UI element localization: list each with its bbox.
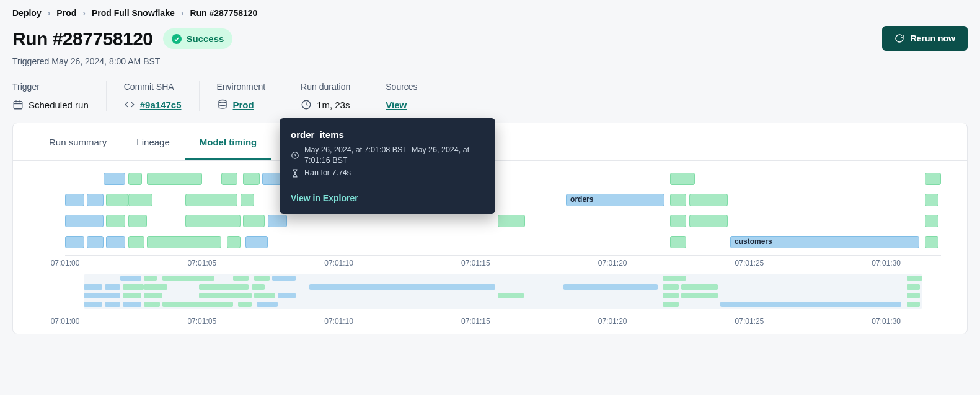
database-icon bbox=[217, 99, 228, 110]
overview-bar bbox=[123, 284, 144, 290]
rerun-button[interactable]: Rerun now bbox=[882, 26, 968, 51]
code-icon bbox=[124, 99, 135, 110]
calendar-icon bbox=[12, 99, 24, 110]
axis-tick: 07:01:05 bbox=[187, 258, 216, 269]
overview-bar bbox=[681, 293, 718, 298]
environment-link[interactable]: Prod bbox=[233, 98, 254, 111]
triggered-at: Triggered May 26, 2024, 8:00 AM BST bbox=[12, 56, 232, 68]
gantt-bar[interactable] bbox=[925, 236, 938, 248]
gantt-bar[interactable] bbox=[221, 173, 237, 185]
gantt-bar[interactable] bbox=[65, 236, 84, 248]
overview-bar bbox=[278, 293, 296, 298]
run-detail-card: Run summary Lineage Model timing A order… bbox=[12, 123, 968, 334]
gantt-bar[interactable] bbox=[104, 173, 125, 185]
gantt-bar[interactable] bbox=[87, 236, 103, 248]
overview-bar bbox=[144, 293, 162, 298]
overview-bar bbox=[254, 293, 275, 298]
overview-bar bbox=[663, 276, 686, 281]
gantt-bar[interactable] bbox=[128, 215, 148, 227]
gantt-bar[interactable] bbox=[670, 215, 686, 227]
breadcrumb-item[interactable]: Prod bbox=[56, 7, 76, 20]
gantt-bar-customers[interactable]: customers bbox=[730, 236, 919, 248]
gantt-bar[interactable] bbox=[689, 194, 728, 206]
overview-bar bbox=[907, 284, 920, 290]
breadcrumb-item[interactable]: Deploy bbox=[12, 7, 42, 20]
tab-run-summary[interactable]: Run summary bbox=[34, 123, 121, 160]
overview-bar bbox=[681, 284, 718, 290]
meta-commit: Commit SHA #9a147c5 bbox=[124, 81, 200, 111]
overview-bar bbox=[907, 276, 922, 281]
gantt-bar-orders[interactable]: orders bbox=[566, 194, 664, 206]
gantt-bar[interactable] bbox=[128, 194, 153, 206]
axis-tick: 07:01:25 bbox=[735, 316, 764, 327]
gantt-bar[interactable] bbox=[185, 194, 237, 206]
gantt-bar[interactable] bbox=[243, 215, 265, 227]
gantt-lanes[interactable]: order_itemsorderscustomers bbox=[65, 172, 941, 256]
commit-link[interactable]: #9a147c5 bbox=[140, 98, 182, 111]
sources-link[interactable]: View bbox=[386, 98, 407, 111]
gantt-bar[interactable] bbox=[185, 215, 240, 227]
overview-bar bbox=[144, 284, 167, 290]
overview-bar bbox=[199, 284, 249, 290]
axis-tick: 07:01:30 bbox=[872, 258, 901, 269]
clock-icon bbox=[301, 99, 312, 110]
gantt-bar[interactable] bbox=[925, 173, 941, 185]
gantt-bar[interactable] bbox=[243, 173, 259, 185]
gantt-bar[interactable] bbox=[689, 215, 728, 227]
gantt-overview[interactable] bbox=[84, 274, 922, 309]
gantt-bar[interactable] bbox=[925, 194, 938, 206]
axis-tick: 07:01:15 bbox=[461, 316, 490, 327]
overview-bar bbox=[663, 302, 678, 307]
overview-bar bbox=[233, 276, 249, 281]
status-text: Success bbox=[187, 32, 224, 45]
gantt-bar[interactable] bbox=[227, 236, 241, 248]
gantt-bar[interactable] bbox=[87, 194, 103, 206]
overview-bar bbox=[144, 276, 157, 281]
gantt-bar[interactable] bbox=[498, 215, 525, 227]
svg-rect-0 bbox=[14, 102, 22, 109]
gantt-bar[interactable] bbox=[245, 236, 267, 248]
tooltip-duration: Ran for 7.74s bbox=[304, 168, 351, 179]
breadcrumb-item: Run #287758120 bbox=[190, 7, 257, 20]
run-metadata-row: Trigger Scheduled run Commit SHA #9a147c… bbox=[0, 75, 980, 123]
overview-bar bbox=[84, 284, 102, 290]
gantt-bar[interactable] bbox=[106, 215, 125, 227]
gantt-bar[interactable] bbox=[268, 215, 287, 227]
overview-bar bbox=[162, 302, 233, 307]
tab-lineage[interactable]: Lineage bbox=[121, 123, 184, 160]
gantt-bar[interactable] bbox=[670, 173, 695, 185]
overview-bar bbox=[144, 302, 159, 307]
meta-duration: Run duration 1m, 23s bbox=[301, 81, 368, 111]
gantt-bar[interactable] bbox=[65, 194, 84, 206]
tooltip-explorer-link[interactable]: View in Explorer bbox=[291, 193, 358, 203]
axis-tick: 07:01:15 bbox=[461, 258, 490, 269]
overview-bar bbox=[238, 302, 251, 307]
tooltip-range: May 26, 2024, at 7:01:08 BST–May 26, 202… bbox=[304, 145, 484, 167]
gantt-bar[interactable] bbox=[241, 194, 254, 206]
breadcrumb-item[interactable]: Prod Full Snowflake bbox=[92, 7, 175, 20]
gantt-bar[interactable] bbox=[147, 173, 201, 185]
gantt-bar[interactable] bbox=[670, 236, 686, 248]
gantt-bar[interactable] bbox=[925, 215, 938, 227]
overview-bar bbox=[498, 293, 524, 298]
duration-value: 1m, 23s bbox=[317, 98, 350, 111]
page-title: Run #287758120 bbox=[12, 26, 153, 52]
meta-trigger: Trigger Scheduled run bbox=[12, 81, 107, 111]
overview-bar bbox=[105, 284, 120, 290]
gantt-bar[interactable] bbox=[106, 194, 128, 206]
overview-bar bbox=[252, 284, 265, 290]
meta-sources: Sources View bbox=[386, 81, 435, 111]
axis-tick: 07:01:10 bbox=[324, 316, 353, 327]
gantt-bar[interactable] bbox=[128, 173, 142, 185]
hourglass-icon bbox=[291, 169, 299, 178]
gantt-bar[interactable] bbox=[147, 236, 221, 248]
gantt-bar[interactable] bbox=[65, 215, 104, 227]
tab-model-timing[interactable]: Model timing bbox=[185, 123, 272, 160]
gantt-bar[interactable] bbox=[670, 194, 686, 206]
gantt-bar[interactable] bbox=[106, 236, 125, 248]
overview-bar bbox=[663, 284, 678, 290]
axis-tick: 07:01:25 bbox=[735, 258, 764, 269]
breadcrumb: Deploy›Prod›Prod Full Snowflake›Run #287… bbox=[0, 0, 980, 24]
gantt-bar[interactable] bbox=[128, 236, 144, 248]
check-icon bbox=[172, 34, 182, 44]
